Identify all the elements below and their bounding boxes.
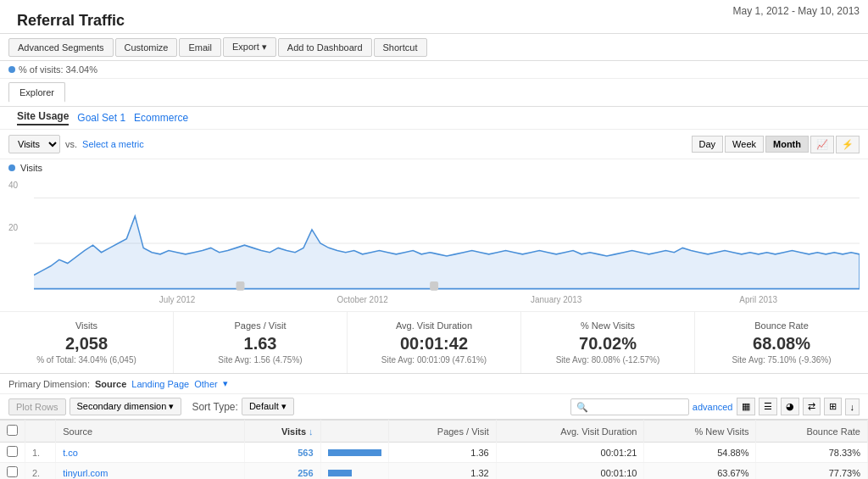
row-bar	[320, 463, 388, 480]
row-ppv: 1.32	[388, 463, 496, 480]
select-all-checkbox[interactable]	[7, 425, 18, 436]
visits-badge: % of visits: 34.04%	[0, 61, 868, 79]
legend-label: Visits	[20, 163, 42, 173]
secondary-dim-button[interactable]: Secondary dimension	[70, 398, 182, 415]
export-button[interactable]: Export	[223, 37, 276, 57]
th-avd[interactable]: Avg. Visit Duration	[496, 421, 644, 443]
table-row: 1. t.co 563 1.36 00:01:21 54.88% 78.33%	[0, 443, 868, 463]
chart-area: 40 20 July 2012 October 2012 January 201…	[0, 176, 868, 312]
stat-ppv: Pages / Visit 1.63 Site Avg: 1.56 (4.75%…	[174, 312, 348, 373]
row-br: 78.33%	[756, 443, 868, 463]
stat-br-value: 68.08%	[698, 334, 865, 354]
th-ppv[interactable]: Pages / Visit	[388, 421, 496, 443]
primary-dim-row: Primary Dimension: Source Landing Page O…	[0, 374, 868, 394]
svg-text:January 2013: January 2013	[531, 294, 581, 304]
sub-tab-goal-set-1[interactable]: Goal Set 1	[77, 112, 125, 124]
advanced-segments-button[interactable]: Advanced Segments	[8, 38, 114, 57]
table-controls-left: Plot Rows Secondary dimension Sort Type:…	[8, 398, 294, 415]
add-to-dashboard-button[interactable]: Add to Dashboard	[278, 38, 372, 57]
stat-pnv-value: 70.02%	[525, 334, 691, 354]
date-range: May 1, 2012 - May 10, 2013	[733, 5, 860, 17]
row-source[interactable]: tinyurl.com	[56, 463, 245, 480]
row-checkbox[interactable]	[0, 463, 25, 480]
stat-br-sub: Site Avg: 75.10% (-9.36%)	[698, 355, 865, 365]
pie-icon-button[interactable]: ◕	[781, 398, 799, 415]
legend-dot	[8, 164, 15, 171]
shortcut-button[interactable]: Shortcut	[374, 38, 427, 57]
dim-landing-page[interactable]: Landing Page	[131, 379, 189, 389]
row-num: 1.	[25, 443, 56, 463]
dim-other-arrow: ▾	[223, 378, 228, 389]
stat-visits-value: 2,058	[3, 334, 170, 354]
chart-controls-right: Day Week Month 📈 ⚡	[692, 136, 860, 153]
primary-dim-label: Primary Dimension:	[8, 379, 90, 389]
stat-pnv-sub: Site Avg: 80.08% (-12.57%)	[525, 355, 691, 365]
row-avd: 00:01:21	[496, 443, 644, 463]
advanced-link[interactable]: advanced	[693, 402, 733, 412]
visits-badge-text: % of visits: 34.04%	[19, 64, 97, 75]
svg-rect-8	[430, 281, 438, 291]
grid-icon-button[interactable]: ▦	[737, 398, 755, 415]
month-button[interactable]: Month	[765, 136, 809, 153]
chart-legend: Visits	[0, 159, 868, 176]
stat-visits-sub: % of Total: 34.04% (6,045)	[3, 355, 170, 365]
row-ppv: 1.36	[388, 443, 496, 463]
th-spacer	[320, 421, 388, 443]
row-source[interactable]: t.co	[56, 443, 245, 463]
chart-controls-left: Visits vs. Select a metric	[8, 135, 144, 153]
th-visits[interactable]: Visits ↓	[245, 421, 320, 443]
page-title: Referral Traffic	[8, 5, 133, 33]
chart-type-bar-button[interactable]: ⚡	[836, 136, 860, 153]
y-label-40: 40	[8, 181, 18, 190]
dim-other[interactable]: Other	[194, 379, 218, 389]
week-button[interactable]: Week	[725, 136, 764, 153]
tab-explorer[interactable]: Explorer	[8, 82, 65, 103]
th-br[interactable]: Bounce Rate	[756, 421, 868, 443]
stat-ppv-value: 1.63	[177, 334, 343, 354]
plot-rows-button: Plot Rows	[8, 398, 66, 415]
stat-ppv-label: Pages / Visit	[177, 320, 343, 331]
dim-source[interactable]: Source	[95, 379, 126, 389]
vs-label: vs.	[65, 139, 77, 149]
row-avd: 00:01:10	[496, 463, 644, 480]
table-row: 2. tinyurl.com 256 1.32 00:01:10 63.67% …	[0, 463, 868, 480]
sub-tab-row: Site Usage Goal Set 1 Ecommerce	[0, 107, 868, 130]
stat-br-label: Bounce Rate	[698, 320, 865, 331]
email-button[interactable]: Email	[179, 38, 221, 57]
stat-avd-value: 00:01:42	[351, 334, 517, 354]
sub-tab-ecommerce[interactable]: Ecommerce	[134, 112, 188, 124]
stat-avd: Avg. Visit Duration 00:01:42 Site Avg: 0…	[348, 312, 521, 373]
y-label-20: 20	[8, 223, 18, 232]
pivot-icon-button[interactable]: ⊞	[824, 398, 842, 415]
customize-button[interactable]: Customize	[115, 38, 178, 57]
th-checkbox	[0, 421, 25, 443]
main-tab-row: Explorer	[0, 79, 868, 107]
sort-default-button[interactable]: Default	[242, 398, 294, 415]
day-button[interactable]: Day	[692, 136, 724, 153]
row-br: 77.73%	[756, 463, 868, 480]
stat-visits-label: Visits	[3, 320, 170, 331]
svg-rect-7	[236, 281, 245, 291]
stat-ppv-sub: Site Avg: 1.56 (4.75%)	[177, 355, 343, 365]
stat-visits: Visits 2,058 % of Total: 34.04% (6,045)	[0, 312, 174, 373]
chart-controls: Visits vs. Select a metric Day Week Mont…	[0, 130, 868, 159]
download-icon-button[interactable]: ↓	[845, 398, 860, 415]
row-visits: 256	[245, 463, 320, 480]
th-source[interactable]: Source	[56, 421, 245, 443]
chart-type-line-button[interactable]: 📈	[810, 136, 834, 153]
chart-svg: July 2012 October 2012 January 2013 Apri…	[34, 180, 860, 307]
search-input[interactable]	[570, 398, 689, 415]
sub-tab-site-usage[interactable]: Site Usage	[17, 110, 69, 125]
stat-pnv-label: % New Visits	[525, 320, 691, 331]
toolbar: Advanced Segments Customize Email Export…	[0, 33, 868, 61]
list-icon-button[interactable]: ☰	[759, 398, 777, 415]
table-controls-right: advanced ▦ ☰ ◕ ⇄ ⊞ ↓	[570, 398, 860, 415]
compare-icon-button[interactable]: ⇄	[803, 398, 821, 415]
select-metric-link[interactable]: Select a metric	[82, 139, 144, 149]
visits-metric-select[interactable]: Visits	[8, 135, 60, 153]
row-checkbox[interactable]	[0, 443, 25, 463]
svg-text:July 2012: July 2012	[159, 294, 196, 304]
row-visits: 563	[245, 443, 320, 463]
th-pnv[interactable]: % New Visits	[644, 421, 756, 443]
th-num	[25, 421, 56, 443]
